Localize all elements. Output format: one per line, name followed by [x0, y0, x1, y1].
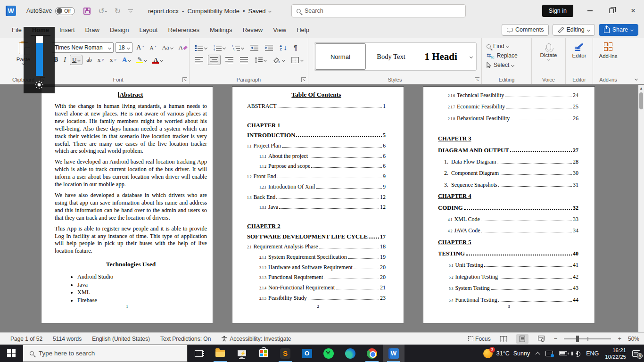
- document-title[interactable]: report.docx - Compatibility Mode • Saved: [148, 8, 271, 15]
- tab-references[interactable]: References: [163, 23, 204, 37]
- styles-dialog-launcher[interactable]: ↘: [475, 77, 479, 82]
- restore-button[interactable]: [601, 0, 622, 22]
- text-predictions-indicator[interactable]: Text Predictions: On: [160, 336, 211, 342]
- sort-button[interactable]: AZ↓: [278, 42, 289, 53]
- tab-help[interactable]: Help: [291, 23, 314, 37]
- minimize-button[interactable]: [579, 0, 601, 22]
- superscript-button[interactable]: x2: [108, 55, 118, 65]
- font-dialog-launcher[interactable]: ↘: [182, 77, 187, 82]
- close-button[interactable]: ×: [622, 0, 644, 22]
- paragraph-dialog-launcher[interactable]: ↘: [301, 77, 306, 82]
- volume-icon[interactable]: [573, 351, 578, 356]
- zoom-percentage[interactable]: 50%: [628, 336, 639, 342]
- tab-draw[interactable]: Draw: [80, 23, 105, 37]
- page-indicator[interactable]: Page 1 of 52: [10, 336, 42, 342]
- subscript-button[interactable]: x2: [96, 55, 106, 65]
- show-hidden-icons-button[interactable]: [536, 352, 540, 356]
- zoom-in-button[interactable]: +: [618, 335, 621, 342]
- taskbar-search-input[interactable]: Type here to search: [23, 345, 188, 362]
- zoom-out-button[interactable]: −: [554, 335, 558, 342]
- font-name-select[interactable]: Times New Roman: [52, 42, 114, 53]
- line-spacing-button[interactable]: [253, 55, 268, 65]
- change-case-button[interactable]: Aa: [160, 42, 174, 53]
- zoom-slider[interactable]: [564, 338, 611, 339]
- style-heading1[interactable]: 1 Headi: [416, 43, 466, 70]
- justify-button[interactable]: [238, 55, 250, 65]
- tab-review[interactable]: Review: [238, 23, 268, 37]
- style-normal[interactable]: Normal: [315, 43, 366, 70]
- scrollbar-thumb[interactable]: [639, 92, 643, 109]
- tab-design[interactable]: Design: [105, 23, 134, 37]
- shrink-font-button[interactable]: Aˇ: [148, 42, 158, 53]
- italic-button[interactable]: I: [62, 55, 68, 65]
- replace-button[interactable]: ⇆bcReplace: [487, 51, 531, 60]
- chrome-button[interactable]: [361, 345, 383, 362]
- file-explorer-button[interactable]: [209, 345, 231, 362]
- word-taskbar-button[interactable]: W: [383, 345, 405, 362]
- scroll-up-arrow[interactable]: ▲: [639, 86, 643, 90]
- tab-layout[interactable]: Layout: [134, 23, 163, 37]
- highlight-color-button[interactable]: ✎: [134, 55, 149, 65]
- edge-button[interactable]: [339, 345, 361, 362]
- redo-icon[interactable]: ↻: [115, 7, 121, 16]
- document-page-3[interactable]: 2.1.6Technical Feasibility242.1.7Economi…: [423, 86, 595, 323]
- sublime-text-button[interactable]: S: [274, 345, 296, 362]
- weather-widget[interactable]: 3 31°C Sunny: [483, 349, 530, 358]
- start-button[interactable]: [0, 345, 23, 362]
- web-layout-button[interactable]: [535, 334, 547, 344]
- shading-button[interactable]: [271, 55, 287, 65]
- accessibility-status[interactable]: Accessibility: Investigate: [221, 336, 291, 342]
- find-button[interactable]: Find: [487, 41, 531, 51]
- styles-more-button[interactable]: [466, 43, 476, 70]
- align-left-button[interactable]: [193, 55, 205, 65]
- read-mode-button[interactable]: [497, 334, 510, 344]
- customize-quick-access-icon[interactable]: [128, 9, 133, 12]
- microsoft-store-button[interactable]: [253, 345, 274, 362]
- borders-button[interactable]: [289, 55, 305, 65]
- task-view-button[interactable]: [188, 345, 209, 362]
- tab-view[interactable]: View: [268, 23, 291, 37]
- autosave-control[interactable]: AutoSave Off: [26, 7, 75, 15]
- font-size-select[interactable]: 18: [116, 42, 132, 53]
- display-tray-icon[interactable]: [545, 351, 553, 356]
- share-button[interactable]: Share: [599, 24, 638, 36]
- strikethrough-button[interactable]: ab: [84, 55, 93, 65]
- align-right-button[interactable]: [223, 55, 235, 65]
- word-count[interactable]: 5114 words: [53, 336, 82, 342]
- style-body-text[interactable]: Body Text: [366, 43, 416, 70]
- font-color-button[interactable]: A: [150, 55, 165, 65]
- numbered-list-button[interactable]: 123: [212, 42, 227, 53]
- text-effects-button[interactable]: A: [120, 55, 133, 65]
- brightness-slider[interactable]: [36, 36, 43, 76]
- save-icon[interactable]: [83, 8, 91, 15]
- editing-mode-button[interactable]: Editing: [553, 24, 594, 36]
- addins-button[interactable]: Add-ins: [599, 53, 618, 59]
- spotify-button[interactable]: [318, 345, 339, 362]
- sign-in-button[interactable]: Sign in: [542, 5, 573, 17]
- tab-insert[interactable]: Insert: [54, 23, 80, 37]
- language-indicator[interactable]: English (United States): [92, 336, 150, 342]
- show-formatting-marks-button[interactable]: ¶: [292, 42, 299, 53]
- autosave-toggle[interactable]: Off: [55, 7, 75, 15]
- bullet-list-button[interactable]: [193, 42, 209, 53]
- print-layout-button[interactable]: [516, 334, 528, 344]
- document-page-2[interactable]: Table Of Contents ABSTRACT1CHAPTER 1INTR…: [232, 86, 404, 323]
- focus-button[interactable]: Focus: [468, 336, 491, 342]
- battery-icon[interactable]: [559, 351, 567, 355]
- document-page-1[interactable]: Abstract With the change in human living…: [41, 86, 213, 323]
- zoom-slider-thumb[interactable]: [576, 336, 579, 342]
- remote-desktop-button[interactable]: ⚡: [231, 345, 253, 362]
- office-search-input[interactable]: Search: [291, 4, 466, 17]
- underline-button[interactable]: U: [70, 55, 83, 65]
- align-center-button[interactable]: [208, 55, 221, 65]
- collapse-ribbon-button[interactable]: [635, 77, 638, 81]
- clock[interactable]: 16:21 10/22/25: [605, 347, 626, 360]
- outlook-button[interactable]: O: [296, 345, 318, 362]
- clear-formatting-button[interactable]: A: [177, 42, 189, 53]
- vertical-scrollbar[interactable]: ▲: [638, 85, 644, 332]
- comments-button[interactable]: Comments: [502, 24, 549, 36]
- keyboard-language[interactable]: ENG: [586, 350, 599, 357]
- tab-mailings[interactable]: Mailings: [205, 23, 238, 37]
- increase-indent-button[interactable]: [263, 42, 275, 53]
- editor-button[interactable]: Editor: [572, 53, 586, 58]
